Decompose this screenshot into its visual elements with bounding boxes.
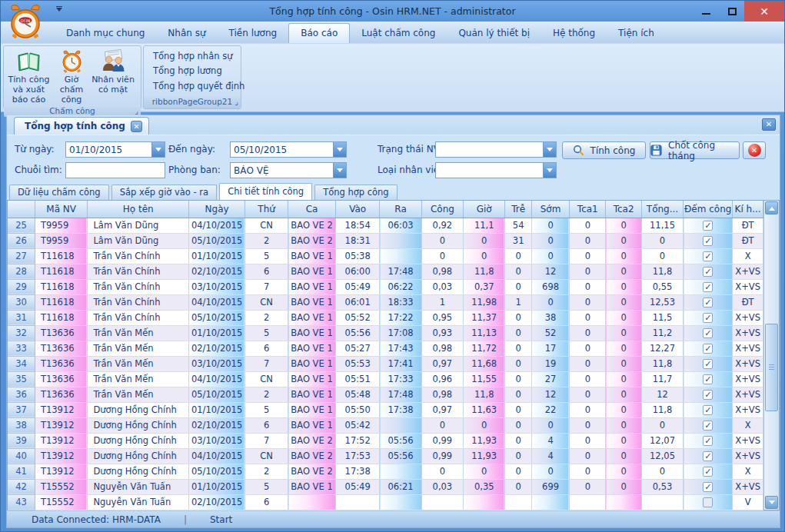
cell-tre[interactable]: 0 — [505, 464, 532, 479]
column-header-tre[interactable]: Trễ — [505, 201, 532, 218]
dem-cong-checkbox[interactable]: ✓ — [703, 421, 713, 431]
cell-tre[interactable]: 0 — [505, 448, 532, 464]
cell-ho-ten[interactable]: Trần Văn Chính — [88, 294, 189, 310]
cell-ra[interactable]: 06:03 — [380, 218, 421, 233]
cell-ho-ten[interactable]: Trần Văn Mến — [88, 371, 189, 387]
cell-ki-hieu[interactable]: X+VS — [733, 356, 763, 371]
cell-tca2[interactable]: 0 — [606, 479, 641, 494]
cell-ngay[interactable]: 03/10/2015 — [188, 433, 244, 448]
cell-tca2[interactable]: 0 — [606, 402, 641, 417]
cell-tre[interactable]: 0 — [505, 387, 532, 402]
cell-tong[interactable]: 11,8 — [641, 402, 684, 417]
cell-ho-ten[interactable]: Lâm Văn Dũng — [88, 218, 189, 233]
column-header-ho-ten[interactable]: Họ tên — [88, 201, 189, 218]
cell-ra[interactable]: 17:33 — [380, 371, 421, 387]
cell-vao[interactable]: 05:48 — [336, 387, 380, 402]
cell-ra[interactable]: 06:21 — [380, 479, 421, 494]
cell-som[interactable]: 4 — [531, 433, 569, 448]
cell-gio[interactable]: 11,1 — [463, 218, 504, 233]
cell-gio[interactable]: 0 — [463, 248, 504, 264]
cell-ngay[interactable]: 02/10/2015 — [188, 417, 244, 433]
cell-cong[interactable]: 0,99 — [421, 433, 463, 448]
cell-ra[interactable]: 05:56 — [380, 433, 421, 448]
cell-tre[interactable]: 1 — [505, 294, 532, 310]
cell-gio[interactable]: 0 — [463, 464, 504, 479]
cell-ho-ten[interactable]: Trần Văn Chính — [88, 248, 189, 264]
tu-ngay-input[interactable] — [66, 142, 151, 157]
cell-vao[interactable]: 05:42 — [336, 417, 380, 433]
cell-dem-cong[interactable]: ✓ — [684, 233, 733, 248]
cell-ngay[interactable]: 03/10/2015 — [188, 356, 244, 371]
cell-tca2[interactable]: 0 — [606, 310, 641, 325]
cell-thu[interactable]: 2 — [245, 233, 288, 248]
cell-tre[interactable]: 0 — [505, 371, 532, 387]
scroll-down-icon[interactable] — [765, 496, 778, 509]
cell-ra[interactable] — [380, 464, 421, 479]
cell-tca2[interactable]: 0 — [606, 356, 641, 371]
cell-ki-hieu[interactable]: X+VS — [733, 402, 763, 417]
cell-thu[interactable]: CN — [245, 218, 288, 233]
column-header-vao[interactable]: Vào — [336, 201, 380, 218]
cell-tong[interactable]: 11,8 — [641, 264, 684, 279]
cell-tca1[interactable]: 0 — [570, 218, 606, 233]
cell-tre[interactable]: 0 — [505, 479, 532, 494]
cell-cong[interactable]: 0,99 — [421, 448, 463, 464]
chevron-down-icon[interactable] — [543, 163, 556, 178]
cell-dem-cong[interactable]: ✓ — [684, 356, 733, 371]
cell-ma-nv[interactable]: T13636 — [35, 341, 87, 356]
cell-row-number[interactable]: 25 — [8, 218, 35, 233]
osin-logo-icon[interactable]: OSIN — [5, 2, 46, 44]
cell-row-number[interactable]: 32 — [8, 325, 35, 341]
cell-tca2[interactable]: 0 — [606, 448, 641, 464]
cell-thu[interactable]: CN — [245, 371, 288, 387]
cell-som[interactable]: 698 — [531, 279, 569, 294]
cell-tre[interactable]: 0 — [505, 341, 532, 356]
cell-tong[interactable]: 0 — [641, 233, 684, 248]
cell-gio[interactable]: 0,35 — [463, 479, 504, 494]
cell-tong[interactable]: 11,7 — [641, 371, 684, 387]
panel-close-icon[interactable]: ✕ — [762, 118, 776, 131]
cell-ma-nv[interactable]: T15552 — [35, 479, 87, 494]
cell-vao[interactable]: 05:49 — [336, 279, 380, 294]
cell-gio[interactable]: 11,93 — [463, 433, 504, 448]
cell-ra[interactable] — [380, 494, 421, 510]
cell-gio[interactable]: 11,68 — [463, 356, 504, 371]
cell-tong[interactable]: 0 — [641, 417, 684, 433]
cell-vao[interactable]: 05:51 — [336, 371, 380, 387]
table-row[interactable]: 30T11618Trần Văn Chính04/10/2015CNBAO VE… — [8, 294, 763, 310]
tab-tong-hop-cong[interactable]: Tổng hợp công — [314, 185, 397, 200]
tong-hop-luong-item[interactable]: Tổng hợp lương — [147, 64, 238, 78]
table-row[interactable]: 33T13636Trần Văn Mến02/10/20156BAO VE 10… — [8, 341, 763, 356]
cell-tca2[interactable]: 0 — [606, 279, 641, 294]
cell-tong[interactable]: 0,55 — [641, 279, 684, 294]
ribbon-tab-he-thong[interactable]: Hệ thống — [541, 24, 607, 43]
cell-tre[interactable]: 0 — [505, 356, 532, 371]
chevron-down-icon[interactable] — [151, 142, 165, 157]
table-row[interactable]: 31T11618Trần Văn Chính05/10/20152BAO VE … — [8, 310, 763, 325]
cell-ma-nv[interactable]: T13912 — [35, 402, 87, 417]
cell-cong[interactable]: 0,03 — [421, 479, 463, 494]
cell-ma-nv[interactable]: T13912 — [35, 417, 87, 433]
cell-row-number[interactable]: 28 — [8, 264, 35, 279]
tab-chi-tiet-tinh-cong[interactable]: Chi tiết tính công — [219, 183, 312, 200]
cell-row-number[interactable]: 42 — [8, 479, 35, 494]
table-row[interactable]: 40T13912Dương Hồng Chính04/10/2015CNBAO … — [8, 448, 763, 464]
cell-tca1[interactable]: 0 — [570, 279, 606, 294]
cell-tca1[interactable]: 0 — [570, 464, 606, 479]
cell-vao[interactable]: 05:53 — [336, 356, 380, 371]
cell-tca2[interactable]: 0 — [606, 433, 641, 448]
cell-som[interactable]: 12 — [531, 387, 569, 402]
cell-ki-hieu[interactable]: X — [733, 417, 763, 433]
tab-du-lieu-cham-cong[interactable]: Dữ liệu chấm công — [9, 185, 109, 200]
cell-tong[interactable]: 12,53 — [641, 294, 684, 310]
cell-vao[interactable]: 17:52 — [336, 433, 380, 448]
cell-tca1[interactable]: 0 — [570, 433, 606, 448]
cell-cong[interactable]: 0 — [421, 248, 463, 264]
cell-som[interactable]: 52 — [531, 325, 569, 341]
cell-tre[interactable]: 31 — [505, 233, 532, 248]
cell-vao[interactable]: 05:50 — [336, 402, 380, 417]
cell-gio[interactable]: 11,8 — [463, 264, 504, 279]
cell-vao[interactable]: 06:01 — [336, 294, 380, 310]
cell-tre[interactable]: 54 — [505, 218, 532, 233]
cell-ra[interactable]: 17:43 — [380, 341, 421, 356]
